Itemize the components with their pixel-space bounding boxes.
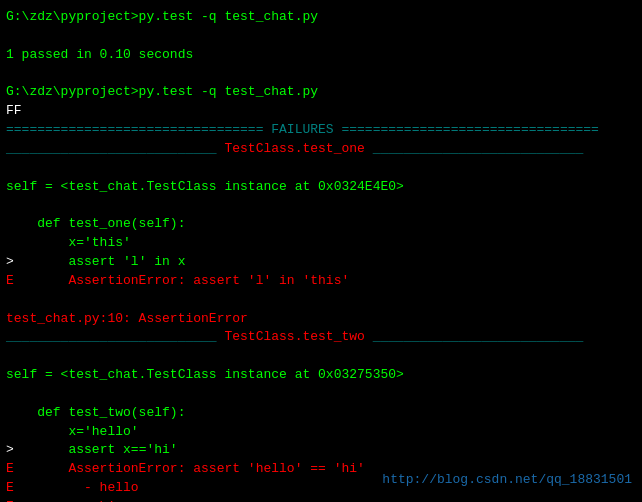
terminal-window: G:\zdz\pyproject>py.test -q test_chat.py… [0, 0, 642, 502]
blank-4 [6, 196, 636, 215]
test-one-dashes-left: ___________________________ [6, 141, 224, 156]
gt-1: > [6, 254, 14, 269]
blank-6 [6, 347, 636, 366]
file-error-1: test_chat.py:10: AssertionError [6, 310, 636, 329]
self-line-1: self = <test_chat.TestClass instance at … [6, 178, 636, 197]
command-line-1: G:\zdz\pyproject>py.test -q test_chat.py [6, 8, 636, 27]
def-line-1: def test_one(self): [6, 215, 636, 234]
test-one-name: TestClass.test_one [224, 141, 364, 156]
command-line-2: G:\zdz\pyproject>py.test -q test_chat.py [6, 83, 636, 102]
gt-2: > [6, 442, 14, 457]
test-two-dashes-right: ___________________________ [365, 329, 583, 344]
test-two-name: TestClass.test_two [224, 329, 364, 344]
assert-line-2: > assert x=='hi' [6, 441, 636, 460]
blank-3 [6, 159, 636, 178]
test-one-header: ___________________________ TestClass.te… [6, 140, 636, 159]
blank-7 [6, 385, 636, 404]
def-line-2: def test_two(self): [6, 404, 636, 423]
x-line-1: x='this' [6, 234, 636, 253]
blank-5 [6, 291, 636, 310]
x-line-2: x='hello' [6, 423, 636, 442]
passed-line-1: 1 passed in 0.10 seconds [6, 46, 636, 65]
failures-separator: ================================= FAILUR… [6, 121, 636, 140]
error-line-1: E AssertionError: assert 'l' in 'this' [6, 272, 636, 291]
error-line-4: E + hi [6, 498, 636, 502]
ff-line: FF [6, 102, 636, 121]
assert-text-2: assert x=='hi' [14, 442, 178, 457]
assert-text-1: assert 'l' in x [14, 254, 186, 269]
watermark-link: http://blog.csdn.net/qq_18831501 [382, 471, 632, 490]
test-two-dashes-left: ___________________________ [6, 329, 224, 344]
blank-2 [6, 65, 636, 84]
test-one-dashes-right: ___________________________ [365, 141, 583, 156]
test-two-header: ___________________________ TestClass.te… [6, 328, 636, 347]
self-line-2: self = <test_chat.TestClass instance at … [6, 366, 636, 385]
blank-1 [6, 27, 636, 46]
assert-line-1: > assert 'l' in x [6, 253, 636, 272]
